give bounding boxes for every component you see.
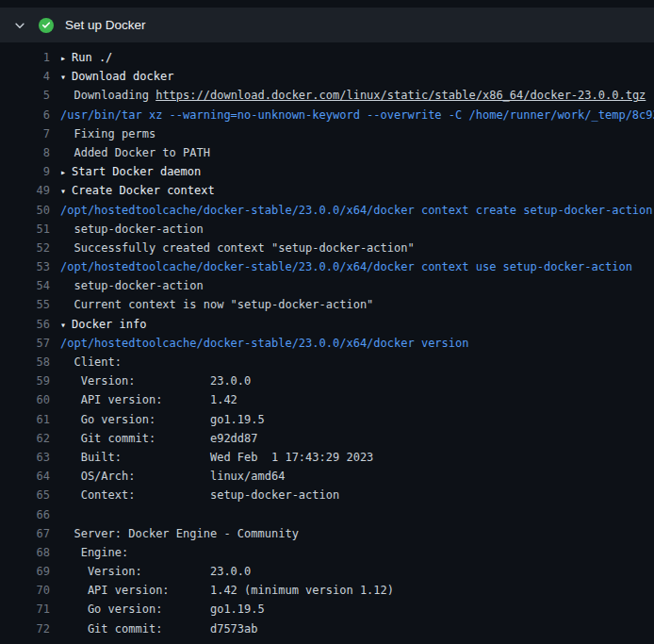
triangle-collapsed-icon[interactable]: ▸ <box>60 163 72 181</box>
log-line: 70 API version: 1.42 (minimum version 1.… <box>0 581 654 600</box>
triangle-expanded-icon[interactable]: ▾ <box>60 68 72 86</box>
line-number[interactable]: 71 <box>0 600 60 619</box>
line-number[interactable]: 9 <box>0 162 60 181</box>
log-text: Version: 23.0.0 <box>60 562 654 581</box>
line-number[interactable]: 6 <box>0 106 60 124</box>
group-header-line[interactable]: ▸Run ./ <box>60 48 654 67</box>
line-number[interactable]: 49 <box>0 181 60 200</box>
log-text: API version: 1.42 <box>60 390 654 409</box>
log-text: Built: Wed Feb 1 17:43:29 2023 <box>60 448 654 467</box>
triangle-collapsed-icon[interactable]: ▸ <box>60 49 72 67</box>
group-header-line[interactable]: ▾Download docker <box>60 67 654 86</box>
line-number[interactable]: 54 <box>0 276 60 295</box>
group-header-line[interactable]: ▾Create Docker context <box>60 181 654 200</box>
log-line: 6/usr/bin/tar xz --warning=no-unknown-ke… <box>0 106 654 124</box>
line-number[interactable]: 58 <box>0 353 60 372</box>
line-number[interactable]: 7 <box>0 124 60 143</box>
log-text: Fixing perms <box>60 124 654 143</box>
step-header[interactable]: Set up Docker <box>0 8 654 42</box>
line-number[interactable]: 72 <box>0 619 60 638</box>
command-text: /usr/bin/tar xz --warning=no-unknown-key… <box>60 106 654 124</box>
success-check-icon <box>39 18 54 33</box>
log-text-prefix: Downloading <box>60 89 155 102</box>
log-line: 60 API version: 1.42 <box>0 390 654 409</box>
log-line: 57/opt/hostedtoolcache/docker-stable/23.… <box>0 334 654 353</box>
line-number[interactable]: 57 <box>0 334 60 353</box>
log-text: setup-docker-action <box>60 276 654 295</box>
line-number[interactable]: 63 <box>0 448 60 467</box>
log-line: 50/opt/hostedtoolcache/docker-stable/23.… <box>0 201 654 220</box>
line-number[interactable]: 61 <box>0 410 60 429</box>
group-title: Start Docker daemon <box>72 165 201 178</box>
log-line: 69 Version: 23.0.0 <box>0 562 654 581</box>
log-line: 62 Git commit: e92dd87 <box>0 429 654 448</box>
group-header-line[interactable]: ▸Start Docker daemon <box>60 162 654 181</box>
log-text: API version: 1.42 (minimum version 1.12) <box>60 581 654 600</box>
log-line: 63 Built: Wed Feb 1 17:43:29 2023 <box>0 448 654 467</box>
log-line: 5 Downloading https://download.docker.co… <box>0 86 654 105</box>
line-number[interactable]: 55 <box>0 295 60 314</box>
line-number[interactable]: 67 <box>0 524 60 543</box>
line-number[interactable]: 53 <box>0 257 60 276</box>
log-line: 58 Client: <box>0 353 654 372</box>
step-title: Set up Docker <box>65 18 146 32</box>
chevron-down-icon[interactable] <box>13 19 26 32</box>
line-number[interactable]: 65 <box>0 486 60 504</box>
log-text: Added Docker to PATH <box>60 143 654 162</box>
log-line: 56▾Docker info <box>0 315 654 334</box>
line-number[interactable]: 52 <box>0 239 60 257</box>
log-text: Engine: <box>60 543 654 562</box>
log-text: Go version: go1.19.5 <box>60 410 654 429</box>
line-number[interactable]: 8 <box>0 143 60 162</box>
log-text: Server: Docker Engine - Community <box>60 524 654 543</box>
actions-log-page: Set up Docker 1▸Run ./4▾Download docker5… <box>0 0 654 644</box>
command-text: /opt/hostedtoolcache/docker-stable/23.0.… <box>60 334 654 353</box>
log-line: 49▾Create Docker context <box>0 181 654 200</box>
log-text: Git commit: e92dd87 <box>60 429 654 448</box>
log-line: 61 Go version: go1.19.5 <box>0 410 654 429</box>
log-text: Successfully created context "setup-dock… <box>60 239 654 257</box>
log-line: 64 OS/Arch: linux/amd64 <box>0 467 654 486</box>
line-number[interactable]: 68 <box>0 543 60 562</box>
log-container[interactable]: 1▸Run ./4▾Download docker5 Downloading h… <box>0 42 654 638</box>
log-text: Current context is now "setup-docker-act… <box>60 295 654 314</box>
line-number[interactable]: 60 <box>0 390 60 409</box>
line-number[interactable]: 62 <box>0 429 60 448</box>
log-line: 59 Version: 23.0.0 <box>0 372 654 390</box>
log-line: 72 Git commit: d7573ab <box>0 619 654 638</box>
group-title: Docker info <box>72 318 146 331</box>
triangle-expanded-icon[interactable]: ▾ <box>60 316 72 334</box>
line-number[interactable]: 64 <box>0 467 60 486</box>
log-text: Downloading https://download.docker.com/… <box>60 86 654 105</box>
log-line: 66 <box>0 505 654 524</box>
log-line: 55 Current context is now "setup-docker-… <box>0 295 654 314</box>
line-number[interactable]: 1 <box>0 48 60 67</box>
triangle-expanded-icon[interactable]: ▾ <box>60 182 72 200</box>
line-number[interactable]: 69 <box>0 562 60 581</box>
line-number[interactable]: 51 <box>0 220 60 239</box>
log-text: setup-docker-action <box>60 220 654 239</box>
log-text <box>60 505 654 524</box>
log-line: 67 Server: Docker Engine - Community <box>0 524 654 543</box>
log-line: 71 Go version: go1.19.5 <box>0 600 654 619</box>
log-line: 51 setup-docker-action <box>0 220 654 239</box>
line-number[interactable]: 66 <box>0 505 60 524</box>
line-number[interactable]: 59 <box>0 372 60 390</box>
log-line: 65 Context: setup-docker-action <box>0 486 654 504</box>
line-number[interactable]: 56 <box>0 315 60 334</box>
line-number[interactable]: 4 <box>0 67 60 86</box>
group-title: Create Docker context <box>72 184 215 197</box>
line-number[interactable]: 5 <box>0 86 60 105</box>
log-link[interactable]: https://download.docker.com/linux/static… <box>155 89 646 102</box>
log-line: 68 Engine: <box>0 543 654 562</box>
group-header-line[interactable]: ▾Docker info <box>60 315 654 334</box>
log-line: 4▾Download docker <box>0 67 654 86</box>
log-text: Client: <box>60 353 654 372</box>
command-text: /opt/hostedtoolcache/docker-stable/23.0.… <box>60 201 654 220</box>
command-text: /opt/hostedtoolcache/docker-stable/23.0.… <box>60 257 654 276</box>
line-number[interactable]: 50 <box>0 201 60 220</box>
line-number[interactable]: 70 <box>0 581 60 600</box>
log-text: Git commit: d7573ab <box>60 619 654 638</box>
group-title: Run ./ <box>72 51 112 64</box>
log-line: 52 Successfully created context "setup-d… <box>0 239 654 257</box>
